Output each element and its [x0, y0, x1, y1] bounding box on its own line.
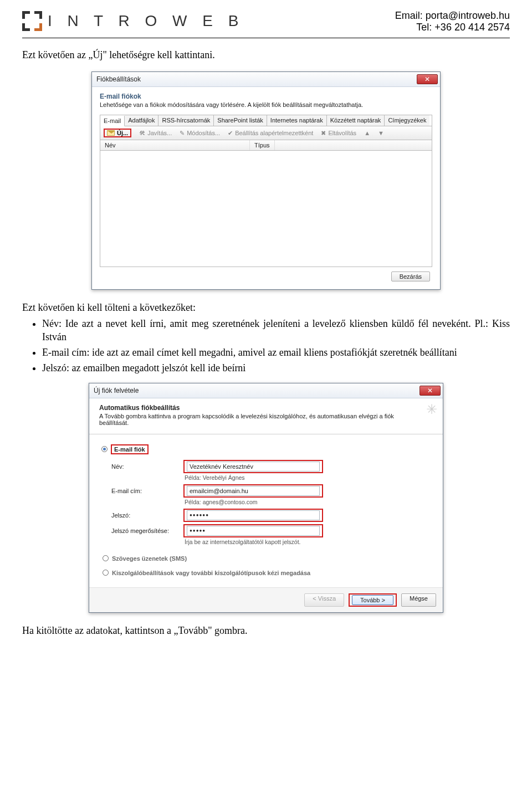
remove-button[interactable]: ✖ Eltávolítás: [321, 130, 356, 137]
label-email: E-mail cím:: [111, 488, 178, 494]
titlebar: Fiókbeállítások ✕: [92, 72, 440, 87]
dialog-account-settings: Fiókbeállítások ✕ E-mail fiókok Lehetősé…: [91, 71, 441, 290]
tab-published-calendars[interactable]: Közzétett naptárak: [327, 115, 385, 126]
close-dialog-button[interactable]: Bezárás: [391, 271, 430, 281]
bullet-password: Jelszó: az emailben megadott jelszót kel…: [42, 361, 510, 375]
column-name[interactable]: Név: [100, 140, 250, 150]
move-up-button[interactable]: ▲: [364, 130, 370, 136]
new-button-highlight[interactable]: Új...: [104, 129, 131, 137]
label-password: Jelszó:: [111, 512, 178, 519]
new-button-label: Új...: [117, 130, 128, 136]
input-name[interactable]: Vezetéknév Keresztnév: [187, 462, 320, 472]
set-default-button[interactable]: ✔ Beállítás alapértelmezettként: [228, 130, 313, 137]
radio-manual-label: Kiszolgálóbeállítások vagy további kiszo…: [112, 570, 310, 576]
wizard-decoration-icon: ✳: [426, 402, 437, 417]
logo-text: I N T R O W E B: [48, 12, 244, 30]
label-name: Név:: [111, 463, 178, 470]
hint-email: Példa: agnes@contoso.com: [185, 499, 432, 505]
check-icon: ✔: [228, 130, 233, 137]
close-icon: ✕: [427, 387, 433, 394]
header-divider: [22, 38, 510, 38]
section-heading: E-mail fiókok: [100, 93, 432, 100]
toolbar: Új... 🛠 Javítás... ✎ Módosítás... ✔ Beál…: [100, 126, 432, 140]
dialog-new-account: Új fiók felvétele ✕ Automatikus fiókbeál…: [89, 383, 443, 613]
edit-icon: ✎: [180, 130, 185, 137]
tab-sharepoint[interactable]: SharePoint listák: [214, 115, 267, 126]
tab-address-books[interactable]: Címjegyzékek: [385, 115, 429, 126]
close-icon: ✕: [424, 75, 430, 83]
label-password-confirm: Jelszó megerősítése:: [111, 527, 178, 534]
intro-text-2: Ezt követően ki kell tölteni a következő…: [22, 301, 510, 314]
arrow-up-icon: ▲: [364, 130, 370, 136]
tab-internet-calendars[interactable]: Internetes naptárak: [267, 115, 327, 126]
repair-button[interactable]: 🛠 Javítás...: [139, 130, 172, 136]
hint-password: Írja be az internetszolgáltatótól kapott…: [185, 539, 432, 545]
logo: I N T R O W E B: [22, 11, 244, 31]
logo-mark-icon: [22, 11, 42, 31]
input-email[interactable]: emailcim@domain.hu: [187, 486, 320, 496]
move-down-button[interactable]: ▼: [378, 130, 384, 136]
close-button[interactable]: ✕: [420, 386, 441, 396]
tab-data-files[interactable]: Adatfájlok: [125, 115, 158, 126]
closing-text: Ha kitöltötte az adatokat, kattintson a …: [22, 624, 510, 637]
radio-icon: [103, 570, 109, 576]
modify-button[interactable]: ✎ Módosítás...: [180, 130, 220, 137]
bullet-email: E-mail cím: ide azt az email címet kell …: [42, 346, 510, 359]
list-header: Név Típus: [100, 140, 432, 151]
titlebar: Új fiók felvétele ✕: [89, 383, 443, 398]
tabs: E-mail Adatfájlok RSS-hírcsatornák Share…: [100, 115, 432, 126]
page-header: I N T R O W E B Email: porta@introweb.hu…: [22, 6, 510, 33]
bullet-name: Név: Ide azt a nevet kell írni, amit meg…: [42, 317, 510, 344]
wrench-icon: 🛠: [139, 130, 145, 136]
dialog2-title: Új fiók felvétele: [94, 387, 139, 394]
radio-icon: [101, 446, 108, 452]
arrow-down-icon: ▼: [378, 130, 384, 136]
next-button[interactable]: Tovább >: [352, 595, 393, 605]
contact-tel: Tel: +36 20 414 2574: [395, 22, 510, 33]
remove-icon: ✖: [321, 130, 326, 137]
tab-email[interactable]: E-mail: [100, 116, 125, 126]
close-button[interactable]: ✕: [417, 74, 438, 84]
wizard-heading: Automatikus fiókbeállítás: [99, 404, 435, 412]
envelope-icon: [107, 130, 115, 136]
dialog1-title: Fiókbeállítások: [96, 75, 141, 83]
radio-email-account[interactable]: E-mail fiók: [101, 444, 432, 454]
contact-block: Email: porta@introweb.hu Tel: +36 20 414…: [395, 10, 510, 33]
contact-email: Email: porta@introweb.hu: [395, 10, 510, 22]
intro-text-1: Ezt követően az „Új" lehetőségre kell ka…: [22, 48, 510, 62]
tab-rss[interactable]: RSS-hírcsatornák: [158, 115, 214, 126]
section-subtext: Lehetősége van a fiókok módosítására vag…: [100, 101, 432, 108]
radio-sms-label: Szöveges üzenetek (SMS): [112, 555, 187, 562]
hint-name: Példa: Verebélyi Ágnes: [185, 474, 432, 481]
radio-email-label: E-mail fiók: [111, 444, 149, 454]
column-type[interactable]: Típus: [250, 140, 275, 150]
back-button[interactable]: < Vissza: [304, 593, 344, 607]
radio-manual[interactable]: Kiszolgálóbeállítások vagy további kiszo…: [103, 570, 432, 576]
cancel-button[interactable]: Mégse: [401, 593, 436, 607]
input-password-confirm[interactable]: ●●●●●: [187, 526, 320, 536]
radio-icon: [103, 555, 109, 561]
accounts-list: [100, 151, 432, 267]
input-password[interactable]: ●●●●●●: [187, 510, 320, 520]
radio-sms[interactable]: Szöveges üzenetek (SMS): [103, 555, 432, 562]
wizard-subtext: A Tovább gombra kattintva a program kapc…: [99, 413, 410, 426]
